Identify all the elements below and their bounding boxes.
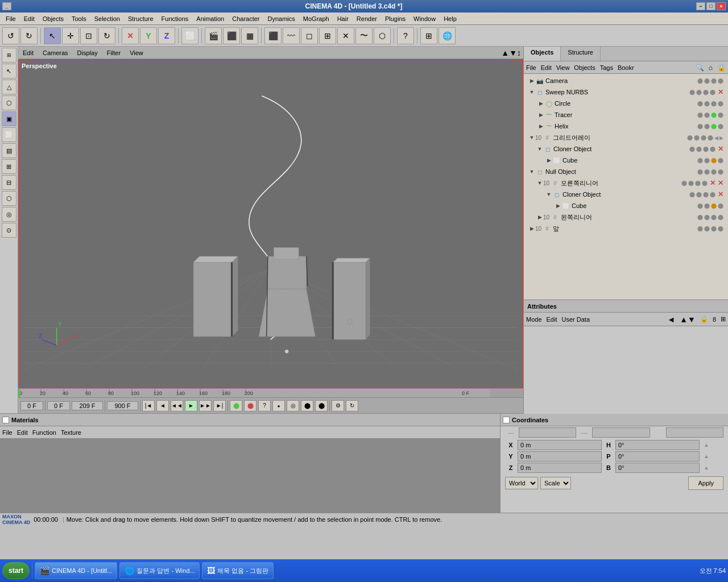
record-btn[interactable]: ⬤ bbox=[230, 400, 242, 411]
coord-b-input[interactable] bbox=[615, 463, 700, 473]
lt-obj6[interactable]: ▤ bbox=[2, 143, 16, 158]
menu-window[interactable]: Window bbox=[410, 14, 439, 23]
loop-btn[interactable]: ↻ bbox=[346, 400, 358, 411]
record2-btn[interactable]: ⬤ bbox=[301, 400, 313, 411]
stop-btn[interactable]: ⬤ bbox=[244, 400, 257, 411]
coord-h-up[interactable]: ▲ bbox=[701, 442, 712, 448]
maximize-button[interactable]: □ bbox=[706, 2, 715, 10]
goto-start-btn[interactable]: |◄ bbox=[142, 400, 155, 411]
coord-x-input[interactable] bbox=[518, 440, 602, 450]
prev-frame-btn[interactable]: ◄ bbox=[156, 400, 169, 411]
tree-row-rightlinear[interactable]: ▼ 10 # 오른쪽리니어 ⬤ ⬤ ⬤ ⬤ ✕ ✕ bbox=[525, 177, 727, 189]
tree-row-sweep[interactable]: ▼ ◻ Sweep NURBS ⬤ ⬤ ⬤ ⬤ ✕ bbox=[525, 86, 727, 98]
obj-menu-bookr[interactable]: Bookr bbox=[618, 64, 634, 71]
y-axis-btn[interactable]: Y bbox=[140, 27, 157, 44]
lt-obj4[interactable]: ▣ bbox=[2, 111, 16, 126]
record3-btn[interactable]: ⬤ bbox=[315, 400, 328, 411]
light-btn[interactable]: ⬡ bbox=[374, 27, 391, 44]
expand-helix[interactable]: ▶ bbox=[537, 123, 544, 130]
cube-btn[interactable]: ⬛ bbox=[264, 27, 282, 44]
motion-btn[interactable]: ◎ bbox=[287, 400, 299, 411]
close-button[interactable]: × bbox=[717, 2, 726, 10]
menu-dynamics[interactable]: Dynamics bbox=[264, 14, 299, 23]
tree-row-null[interactable]: ▼ ◻ Null Object ⬤ ⬤ ⬤ ⬤ bbox=[525, 166, 727, 177]
menu-selection[interactable]: Selection bbox=[91, 14, 123, 23]
attr-edit[interactable]: Edit bbox=[547, 316, 557, 323]
rotate-btn[interactable]: ↻ bbox=[98, 27, 115, 44]
menu-tools[interactable]: Tools bbox=[68, 14, 90, 23]
tree-row-front[interactable]: ▶ 10 # 앞 ⬤ ⬤ ⬤ ⬤ bbox=[525, 223, 727, 234]
coord-p-up[interactable]: ▲ bbox=[701, 454, 712, 459]
menu-plugins[interactable]: Plugins bbox=[382, 14, 409, 23]
menu-structure[interactable]: Structure bbox=[125, 14, 157, 23]
expand-cloner1[interactable]: ▼ bbox=[536, 146, 543, 152]
attr-expand-icon[interactable]: ⊞ bbox=[721, 315, 726, 323]
expand-camera[interactable]: ▶ bbox=[528, 77, 535, 84]
coord-checkbox[interactable] bbox=[503, 417, 510, 423]
expand-front[interactable]: ▶ bbox=[528, 225, 535, 232]
lt-obj10[interactable]: ◎ bbox=[2, 207, 16, 222]
tree-row-circle[interactable]: ▶ ◯ Circle ⬤ ⬤ ⬤ ⬤ bbox=[525, 98, 727, 109]
redo-btn[interactable]: ↻ bbox=[20, 27, 38, 44]
tree-row-cube1[interactable]: ▶ ⬜ Cube ⬤ ⬤ ⬤ ⬤ bbox=[525, 155, 727, 166]
x-axis-btn[interactable]: ✕ bbox=[122, 27, 139, 44]
expand-cube2[interactable]: ▶ bbox=[555, 202, 561, 209]
boole-btn[interactable]: ✕ bbox=[337, 27, 354, 44]
tree-row-helix[interactable]: ▶ 〜 Helix ⬤ ⬤ ⬤ ⬤ bbox=[525, 120, 727, 132]
vp-menu-filter[interactable]: Filter bbox=[105, 49, 123, 57]
attr-mode[interactable]: Mode bbox=[526, 316, 542, 323]
render-btn[interactable]: ⬛ bbox=[223, 27, 240, 44]
menu-character[interactable]: Character bbox=[229, 14, 263, 23]
current-frame-display[interactable]: 0 F bbox=[20, 401, 43, 410]
cloner2-tag-x[interactable]: ✕ bbox=[718, 190, 723, 198]
tree-row-cloner1[interactable]: ▼ ◻ Cloner Object ⬤ ⬤ ⬤ ⬤ ✕ bbox=[525, 143, 727, 155]
deform-btn[interactable]: 〰 bbox=[283, 27, 300, 44]
menu-render[interactable]: Render bbox=[353, 14, 380, 23]
tree-row-camera[interactable]: ▶ 📷 Camera ⬤ ⬤ ⬤ ⬤ bbox=[525, 75, 727, 86]
tree-row-cloner2[interactable]: ▼ ◻ Cloner Object ⬤ ⬤ ⬤ ⬤ ✕ bbox=[525, 189, 727, 200]
menu-mograph[interactable]: MoGraph bbox=[300, 14, 333, 23]
expand-gridarray[interactable]: ▼ bbox=[528, 134, 535, 141]
expand-null[interactable]: ▼ bbox=[528, 168, 535, 175]
lt-obj7[interactable]: ⊞ bbox=[2, 159, 16, 174]
camera-btn[interactable]: 🎬 bbox=[205, 27, 222, 44]
mat-checkbox[interactable] bbox=[2, 417, 9, 423]
attr-userdata[interactable]: User Data bbox=[562, 316, 590, 323]
keyframe-btn[interactable]: ⬥ bbox=[272, 400, 285, 411]
settings-btn[interactable]: ⚙ bbox=[332, 400, 344, 411]
obj-menu-tags[interactable]: Tags bbox=[600, 64, 613, 71]
coord-p-input[interactable] bbox=[615, 451, 700, 462]
menu-help[interactable]: Help bbox=[440, 14, 460, 23]
coord-b-up[interactable]: ▲ bbox=[701, 465, 712, 471]
lt-obj1[interactable]: ↖ bbox=[2, 64, 16, 78]
scale-btn[interactable]: ⊡ bbox=[80, 27, 97, 44]
expand-cloner2[interactable]: ▼ bbox=[545, 191, 552, 198]
obj-home-icon[interactable]: ⌂ bbox=[709, 64, 713, 72]
attr-lock-icon[interactable]: 🔒 bbox=[700, 315, 708, 323]
vp-menu-cameras[interactable]: Cameras bbox=[40, 49, 71, 57]
viewport[interactable]: Perspective bbox=[18, 59, 523, 388]
cloner1-tag-x[interactable]: ✕ bbox=[718, 145, 723, 153]
obj-menu-edit[interactable]: Edit bbox=[541, 64, 552, 71]
expand-cube1[interactable]: ▶ bbox=[545, 157, 552, 164]
expand-leftlinear[interactable]: ▶ bbox=[536, 214, 543, 221]
vp-menu-display[interactable]: Display bbox=[75, 49, 100, 57]
nurbs-btn[interactable]: ◻ bbox=[301, 27, 318, 44]
mat-function[interactable]: Function bbox=[32, 429, 56, 436]
next-frame-btn[interactable]: ►| bbox=[213, 400, 226, 411]
grid-btn[interactable]: ⊞ bbox=[420, 27, 437, 44]
attr-num-icon[interactable]: 8 bbox=[713, 316, 716, 323]
vp-menu-edit[interactable]: Edit bbox=[20, 49, 36, 57]
coord-y-input[interactable] bbox=[518, 451, 602, 462]
coord-z-input[interactable] bbox=[518, 463, 602, 473]
tab-structure[interactable]: Structure bbox=[561, 47, 601, 61]
menu-functions[interactable]: Functions bbox=[158, 14, 192, 23]
globe-btn[interactable]: 🌐 bbox=[439, 27, 456, 44]
rightlinear-tag-x1[interactable]: ✕ bbox=[710, 179, 715, 187]
mat-file[interactable]: File bbox=[2, 429, 13, 436]
auto-key-btn[interactable]: ? bbox=[258, 400, 271, 411]
move-btn[interactable]: ✛ bbox=[62, 27, 79, 44]
start-button[interactable]: start bbox=[2, 562, 30, 579]
mat-texture[interactable]: Texture bbox=[61, 429, 81, 436]
coord-h-input[interactable] bbox=[615, 440, 700, 450]
